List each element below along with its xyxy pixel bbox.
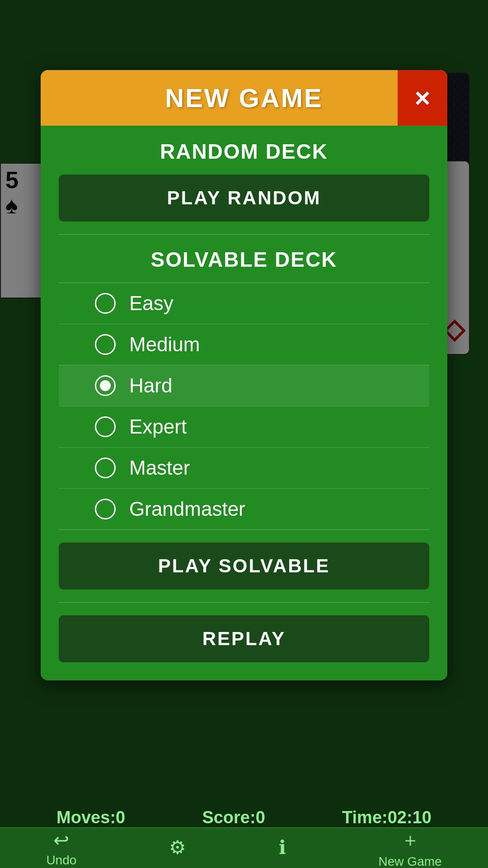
dialog-title: NEW GAME [165,83,323,113]
solvable-deck-section: SOLVABLE DECK Easy Medium Hard [59,247,429,590]
nav-new-game-label: New Game [379,854,442,868]
difficulty-options: Easy Medium Hard Expert [59,283,429,530]
status-bar: Moves:0 Score:0 Time:02:10 [0,808,488,827]
play-random-button[interactable]: PLAY RANDOM [59,175,429,222]
random-deck-heading: RANDOM DECK [59,139,429,164]
close-button[interactable]: × [398,70,447,126]
difficulty-easy-label: Easy [129,292,174,315]
difficulty-expert-label: Expert [129,415,187,438]
radio-expert [95,416,116,437]
close-icon: × [414,82,430,113]
radio-easy [95,293,116,314]
dialog-body: RANDOM DECK PLAY RANDOM SOLVABLE DECK Ea… [41,126,447,680]
solvable-deck-heading: SOLVABLE DECK [59,247,429,272]
radio-medium [95,334,116,355]
section-divider-1 [59,234,429,235]
difficulty-medium[interactable]: Medium [59,324,429,365]
difficulty-master-label: Master [129,457,190,479]
nav-info[interactable]: ℹ [279,836,286,860]
nav-new-game[interactable]: ＋ New Game [379,827,442,868]
difficulty-medium-label: Medium [129,333,200,356]
new-game-dialog: NEW GAME × RANDOM DECK PLAY RANDOM SOLVA… [41,70,447,680]
dialog-header: NEW GAME × [41,70,447,126]
nav-undo-label: Undo [46,853,76,868]
bottom-nav: ↩ Undo ⚙ ℹ ＋ New Game [0,827,488,868]
difficulty-grandmaster[interactable]: Grandmaster [59,488,429,529]
radio-hard [95,375,116,396]
gear-icon: ⚙ [169,836,186,859]
play-solvable-button[interactable]: PLAY SOLVABLE [59,542,429,590]
difficulty-master[interactable]: Master [59,447,429,488]
undo-icon: ↩ [53,829,69,851]
difficulty-hard-label: Hard [129,374,172,397]
nav-settings[interactable]: ⚙ [169,836,186,860]
difficulty-expert[interactable]: Expert [59,406,429,447]
moves-display: Moves:0 [56,808,125,827]
new-game-icon: ＋ [401,827,420,853]
time-display: Time:02:10 [342,808,432,827]
random-deck-section: RANDOM DECK PLAY RANDOM [59,139,429,222]
nav-undo[interactable]: ↩ Undo [46,829,76,868]
difficulty-hard[interactable]: Hard [59,365,429,406]
difficulty-easy[interactable]: Easy [59,283,429,324]
radio-master [95,458,116,478]
difficulty-grandmaster-label: Grandmaster [129,498,245,520]
replay-button[interactable]: REPLAY [59,615,429,662]
info-icon: ℹ [279,836,286,859]
radio-grandmaster [95,499,116,519]
section-divider-2 [59,602,429,603]
score-display: Score:0 [202,808,265,827]
